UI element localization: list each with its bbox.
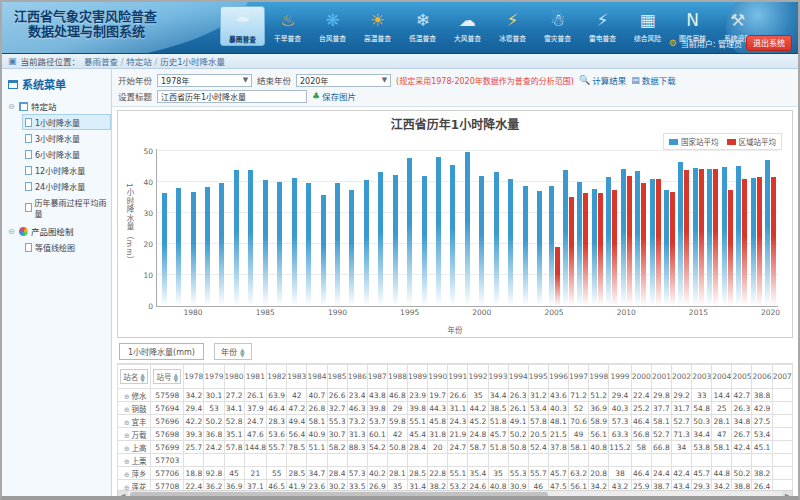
data-download-button[interactable]: ▤ 数据下载: [631, 74, 676, 86]
table-row-57696[interactable]: ⊕宜丰5769642.250.252.824.728.349.458.155.3…: [118, 415, 793, 428]
year-column-header[interactable]: 1978: [184, 365, 204, 389]
sidebar-item-0-4[interactable]: 24小时降水量: [22, 178, 111, 194]
value-cell: [428, 454, 448, 467]
bar-national-1986: [277, 182, 282, 306]
toolbar-item-label: 低温普查: [403, 33, 442, 43]
row-expand-icon[interactable]: ⊕: [124, 497, 130, 500]
year-column-header[interactable]: 1981: [244, 365, 266, 389]
year-column-header[interactable]: 2006: [752, 365, 772, 389]
breadcrumb-link[interactable]: 特定站: [126, 57, 152, 67]
bar-regional-2008: [598, 193, 603, 306]
year-column-header[interactable]: 1989: [408, 365, 428, 389]
year-column-header[interactable]: 1988: [387, 365, 407, 389]
year-column-header[interactable]: 1994: [508, 365, 528, 389]
station-id-cell: 57696: [151, 415, 184, 428]
year-column-header[interactable]: 1982: [267, 365, 287, 389]
column-header-sort[interactable]: 站号▲▼: [151, 365, 184, 389]
row-expand-icon[interactable]: ⊕: [124, 471, 130, 479]
breadcrumb-link[interactable]: 暴雨普查: [84, 57, 118, 67]
year-column-header[interactable]: 2007: [772, 365, 792, 389]
save-image-button[interactable]: ♣ 保存图片: [312, 90, 356, 102]
value-cell: 38.5: [488, 402, 508, 415]
year-column-header[interactable]: 1985: [327, 365, 347, 389]
row-expand-icon[interactable]: ⊕: [124, 393, 130, 401]
horizontal-scrollbar[interactable]: ◄ ►: [117, 490, 793, 499]
table-row-57706[interactable]: ⊕萍乡5770618.892.845215528.534.728.457.340…: [118, 467, 793, 480]
year-column-header[interactable]: 1991: [448, 365, 468, 389]
value-cell: [448, 454, 468, 467]
year-column-header[interactable]: 1987: [367, 365, 387, 389]
row-expand-icon[interactable]: ⊕: [124, 419, 130, 427]
value-cell: [327, 454, 347, 467]
toolbar-item-high-temp[interactable]: ☀高温普查: [355, 6, 400, 46]
row-expand-icon[interactable]: ⊕: [124, 445, 130, 453]
row-expand-icon[interactable]: ⊕: [124, 458, 130, 466]
toolbar-item-low-temp[interactable]: ❄低温普查: [400, 6, 445, 46]
year-column-header[interactable]: 2005: [732, 365, 752, 389]
year-column-header[interactable]: 2000: [631, 365, 651, 389]
year-column-header[interactable]: 1992: [468, 365, 488, 389]
table-row-57698[interactable]: ⊕万载5769839.336.835.147.653.656.440.930.7…: [118, 428, 793, 441]
toolbar-item-snow[interactable]: ☃雪灾普查: [535, 6, 580, 46]
year-column-header[interactable]: 1995: [528, 365, 548, 389]
column-header-sort[interactable]: 站名▲▼: [118, 365, 151, 389]
year-column-header[interactable]: 1990: [428, 365, 448, 389]
year-column-header[interactable]: 1986: [347, 365, 367, 389]
year-column-header[interactable]: 2001: [651, 365, 671, 389]
year-column-header[interactable]: 2003: [692, 365, 712, 389]
scroll-left-arrow[interactable]: ◄: [118, 491, 128, 498]
sidebar-item-1-0[interactable]: 等值线绘图: [22, 239, 111, 255]
year-slot-2014: [677, 162, 691, 306]
chart-title-input[interactable]: 江西省历年1小时降水量: [157, 90, 307, 103]
sidebar-group-0[interactable]: ⊖特定站: [8, 98, 111, 114]
value-cell: 56.4: [287, 428, 307, 441]
toolbar-item-typhoon[interactable]: ❋台风普查: [310, 6, 355, 46]
logout-button[interactable]: 退出系统: [746, 35, 792, 51]
table-row-57699[interactable]: ⊕上高5769925.724.257.8144.855.778.551.158.…: [118, 441, 793, 454]
year-column-header[interactable]: 1997: [569, 365, 589, 389]
year-column-header[interactable]: 2002: [671, 365, 691, 389]
x-tick-label: 2005: [544, 306, 563, 317]
year-column-header[interactable]: 2004: [712, 365, 732, 389]
tree-toggle-icon[interactable]: ⊖: [8, 227, 16, 236]
row-expand-icon[interactable]: ⊕: [124, 432, 130, 440]
table-row-57694[interactable]: ⊕铜鼓5769429.45334.137.946.447.226.832.746…: [118, 402, 793, 415]
sidebar-group-label: 产品图绘制: [31, 225, 74, 237]
toolbar-item-rainstorm[interactable]: ☔暴雨普查: [220, 6, 265, 46]
year-column-header[interactable]: 1999: [609, 365, 631, 389]
table-row-57598[interactable]: ⊕修水5759834.230.127.226.163.94240.726.623…: [118, 389, 793, 402]
breadcrumb-link[interactable]: 历史1小时降水量: [160, 57, 225, 67]
value-cell: [589, 454, 609, 467]
year-column-header[interactable]: 1983: [287, 365, 307, 389]
toolbar-item-hail[interactable]: ⚡冰雹普查: [490, 6, 535, 46]
year-column-header[interactable]: 1998: [589, 365, 609, 389]
toolbar-item-wind[interactable]: ☁大风普查: [445, 6, 490, 46]
row-expand-icon[interactable]: ⊕: [124, 406, 130, 414]
toolbar-item-calculator[interactable]: ▦综合风险: [625, 6, 670, 46]
sidebar-item-0-3[interactable]: 12小时降水量: [22, 162, 111, 178]
table-row-57703[interactable]: ⊕上栗57703: [118, 454, 793, 467]
sidebar-item-0-5[interactable]: 历年暴雨过程平均雨量: [22, 194, 111, 221]
scroll-right-arrow[interactable]: ►: [782, 491, 792, 498]
sidebar-item-0-0[interactable]: 1小时降水量: [22, 114, 111, 130]
year-column-header[interactable]: 1996: [548, 365, 568, 389]
year-sort-button[interactable]: 年份 ▲▼: [214, 343, 252, 360]
sidebar-group-1[interactable]: ⊖产品图绘制: [8, 223, 111, 239]
sidebar-item-0-1[interactable]: 3小时降水量: [22, 130, 111, 146]
year-column-header[interactable]: 1979: [204, 365, 224, 389]
sidebar-item-0-2[interactable]: 6小时降水量: [22, 146, 111, 162]
year-column-header[interactable]: 1984: [307, 365, 327, 389]
start-year-select[interactable]: 1978年▼: [157, 74, 252, 87]
year-column-header[interactable]: 1980: [224, 365, 244, 389]
year-column-header[interactable]: 1993: [488, 365, 508, 389]
value-cell: 44.8: [712, 467, 732, 480]
tree-toggle-icon[interactable]: ⊖: [8, 102, 16, 111]
toolbar-item-drought[interactable]: ♨干旱普查: [265, 6, 310, 46]
value-cell: 46.8: [387, 389, 407, 402]
calc-result-button[interactable]: 🔍 计算结果: [579, 74, 626, 86]
year-slot-2000: 2000: [475, 176, 489, 306]
table-controls: 1小时降水量(mm) 年份 ▲▼: [117, 340, 793, 363]
toolbar-item-lightning[interactable]: ⚡雷电普查: [580, 6, 625, 46]
scrollbar-thumb[interactable]: [130, 492, 548, 498]
end-year-select[interactable]: 2020年▼: [296, 74, 391, 87]
